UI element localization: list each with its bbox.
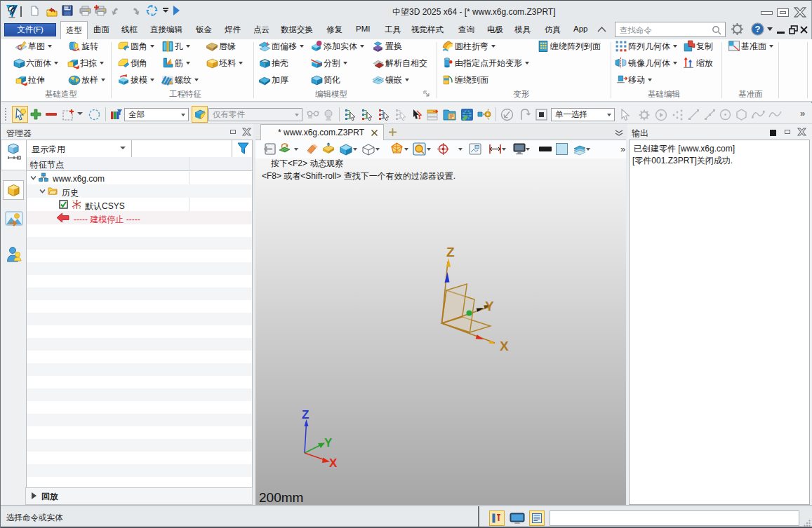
svg-text:X: X <box>329 456 338 470</box>
svg-text:Y: Y <box>485 299 494 313</box>
svg-text:?: ? <box>755 24 761 34</box>
svg-text:Y: Y <box>324 436 333 449</box>
svg-text:X: X <box>500 339 509 353</box>
svg-text:Y: Y <box>72 200 74 203</box>
svg-text:Z: Z <box>446 245 455 259</box>
svg-text:z: z <box>73 206 75 210</box>
svg-text:Z: Z <box>302 408 309 421</box>
svg-text:x: x <box>79 206 81 210</box>
